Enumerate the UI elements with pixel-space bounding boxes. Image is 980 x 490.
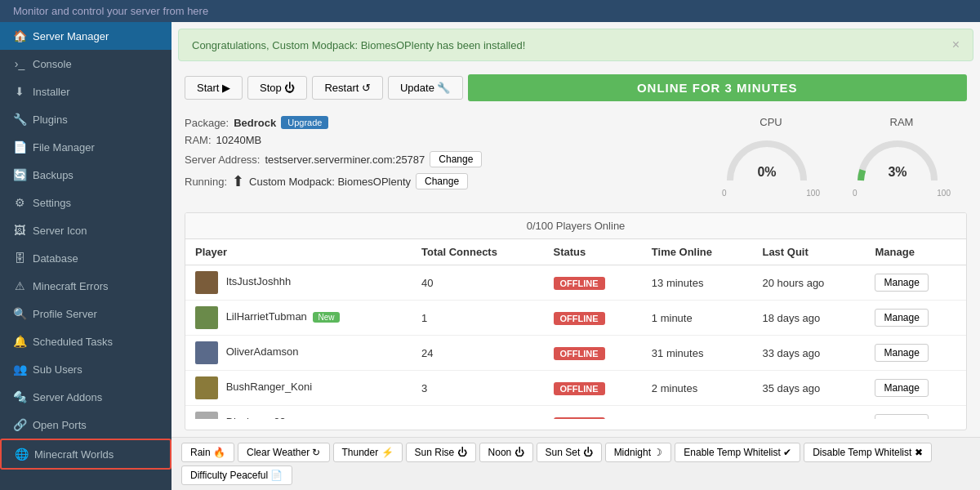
start-label: Start ▶: [197, 82, 230, 94]
connects-cell: 16: [412, 406, 544, 420]
sidebar-item-plugins[interactable]: 🔧 Plugins: [0, 105, 172, 133]
sidebar-item-settings[interactable]: ⚙ Settings: [0, 189, 172, 216]
update-label: Update 🔧: [400, 82, 451, 94]
difficulty-peaceful-button[interactable]: Difficulty Peaceful 📄: [181, 466, 292, 485]
player-avatar: [195, 376, 218, 399]
sun-set-label: Sun Set ⏻: [546, 447, 593, 458]
last-quit-cell: 33 days ago: [752, 336, 865, 371]
table-row: BushRanger_Koni 3 OFFLINE 2 minutes 35 d…: [185, 371, 966, 406]
sidebar-item-scheduled-tasks[interactable]: 🔔 Scheduled Tasks: [0, 327, 172, 355]
sidebar-label-server-icon: Server Icon: [33, 225, 87, 237]
status-offline-badge: OFFLINE: [554, 382, 605, 395]
connects-cell: 24: [412, 336, 544, 371]
address-label: Server Address:: [185, 154, 261, 166]
manage-cell: Manage: [865, 336, 966, 371]
upgrade-badge[interactable]: Upgrade: [281, 116, 328, 129]
sidebar-label-open-ports: Open Ports: [33, 419, 87, 431]
ram-gauge-wrap: 3%: [853, 131, 951, 189]
sidebar-item-minecraft-errors[interactable]: ⚠ Minecraft Errors: [0, 272, 172, 300]
sidebar-label-minecraft-errors: Minecraft Errors: [33, 280, 108, 292]
table-row: LilHarrietTubman New 1 OFFLINE 1 minute …: [185, 301, 966, 336]
console-icon: ›_: [13, 57, 26, 70]
svg-text:0%: 0%: [757, 165, 776, 179]
success-alert: Congratulations, Custom Modpack: BiomesO…: [178, 29, 973, 61]
sidebar-item-console[interactable]: ›_ Console: [0, 50, 172, 78]
server-addons-icon: 🔩: [13, 390, 26, 403]
players-header: 0/100 Players Online: [185, 213, 966, 239]
sidebar-item-server-addons[interactable]: 🔩 Server Addons: [0, 383, 172, 411]
player-name: ItsJustJoshhh: [226, 275, 292, 287]
address-row: Server Address: testserver.serverminer.c…: [185, 151, 673, 167]
profile-server-icon: 🔍: [13, 307, 26, 320]
manage-cell: Manage: [865, 265, 966, 301]
update-button[interactable]: Update 🔧: [388, 76, 463, 100]
restart-button[interactable]: Restart ↺: [312, 76, 383, 100]
cpu-label: CPU: [760, 116, 782, 128]
sidebar-item-sub-users[interactable]: 👥 Sub Users: [0, 355, 172, 383]
change-running-button[interactable]: Change: [416, 173, 468, 189]
col-total-connects: Total Connects: [412, 239, 544, 265]
alert-close-icon[interactable]: ×: [952, 38, 960, 52]
time-online-cell: 13 minutes: [642, 265, 753, 301]
player-avatar: [195, 306, 218, 329]
sidebar-item-file-manager[interactable]: 📄 File Manager: [0, 133, 172, 161]
change-address-button[interactable]: Change: [430, 151, 482, 167]
alert-message: Congratulations, Custom Modpack: BiomesO…: [192, 39, 525, 51]
clear-weather-button[interactable]: Clear Weather ↻: [238, 443, 329, 462]
sidebar-item-backups[interactable]: 🔄 Backups: [0, 161, 172, 189]
cpu-ticks: 0100: [722, 189, 820, 198]
manage-button[interactable]: Manage: [875, 309, 928, 327]
last-quit-cell: 35 days ago: [752, 406, 865, 420]
weather-bar: Rain 🔥 Clear Weather ↻ Thunder ⚡ Sun Ris…: [172, 437, 980, 490]
status-offline-badge: OFFLINE: [554, 312, 605, 325]
rain-button[interactable]: Rain 🔥: [181, 443, 234, 462]
col-last-quit: Last Quit: [752, 239, 865, 265]
sidebar-item-server-icon[interactable]: 🖼 Server Icon: [0, 216, 172, 244]
player-cell: ItsJustJoshhh: [185, 265, 412, 301]
players-table-scroll[interactable]: Player Total Connects Status Time Online…: [185, 239, 966, 419]
status-cell: OFFLINE: [544, 336, 642, 371]
svg-text:3%: 3%: [888, 165, 906, 179]
running-row: Running: ⬆ Custom Modpack: BiomesOPlenty…: [185, 172, 673, 190]
restart-label: Restart ↺: [324, 82, 371, 94]
player-cell: OliverAdamson: [185, 336, 412, 371]
sidebar-item-profile-server[interactable]: 🔍 Profile Server: [0, 300, 172, 327]
sidebar-item-installer[interactable]: ⬇ Installer: [0, 78, 172, 105]
last-quit-cell: 35 days ago: [752, 371, 865, 406]
sun-rise-button[interactable]: Sun Rise ⏻: [406, 443, 476, 462]
main-content: Congratulations, Custom Modpack: BiomesO…: [172, 22, 980, 490]
cpu-gauge: CPU 0% 0100: [722, 116, 820, 198]
sidebar-item-minecraft-worlds[interactable]: 🌐 Minecraft Worlds: [0, 439, 172, 470]
time-online-cell: 1 minute: [642, 301, 753, 336]
package-row: Package: Bedrock Upgrade: [185, 116, 673, 129]
noon-label: Noon ⏻: [488, 447, 524, 458]
thunder-button[interactable]: Thunder ⚡: [333, 443, 403, 462]
sidebar-label-profile-server: Profile Server: [33, 308, 97, 320]
scheduled-tasks-icon: 🔔: [13, 335, 26, 348]
disable-whitelist-label: Disable Temp Whitelist ✖: [813, 447, 923, 458]
disable-whitelist-button[interactable]: Disable Temp Whitelist ✖: [804, 443, 932, 462]
info-left: Package: Bedrock Upgrade RAM: 10240MB Se…: [185, 116, 673, 198]
stop-button[interactable]: Stop ⏻: [247, 76, 307, 100]
start-button[interactable]: Start ▶: [185, 76, 243, 100]
player-name: LilHarrietTubman: [226, 310, 307, 323]
clear-weather-label: Clear Weather ↻: [247, 447, 320, 458]
sidebar-label-scheduled-tasks: Scheduled Tasks: [33, 336, 113, 348]
sidebar-item-open-ports[interactable]: 🔗 Open Ports: [0, 411, 172, 439]
manage-button[interactable]: Manage: [875, 344, 928, 362]
table-row: Discharge03 16 OFFLINE 25 minutes 35 day…: [185, 406, 966, 420]
enable-whitelist-button[interactable]: Enable Temp Whitelist ✔: [675, 443, 800, 462]
sidebar-item-server-manager[interactable]: 🏠 Server Manager: [0, 22, 172, 50]
manage-button[interactable]: Manage: [875, 379, 928, 397]
sun-set-button[interactable]: Sun Set ⏻: [537, 443, 602, 462]
settings-icon: ⚙: [13, 196, 26, 209]
manage-button[interactable]: Manage: [875, 414, 928, 419]
noon-button[interactable]: Noon ⏻: [479, 443, 533, 462]
sidebar-item-database[interactable]: 🗄 Database: [0, 244, 172, 272]
midnight-button[interactable]: Midnight ☽: [605, 443, 672, 462]
manage-button[interactable]: Manage: [875, 274, 928, 292]
status-badge: ONLINE FOR 3 MINUTES: [468, 74, 968, 101]
table-row: OliverAdamson 24 OFFLINE 31 minutes 33 d…: [185, 336, 966, 371]
status-offline-badge: OFFLINE: [554, 347, 605, 360]
col-status: Status: [544, 239, 642, 265]
